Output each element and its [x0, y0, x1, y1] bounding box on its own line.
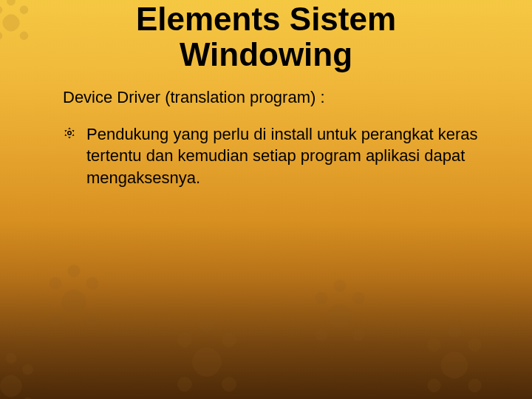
slide-subtitle: Device Driver (translation program) : — [63, 88, 480, 107]
bullet-item: Pendukung yang perlu di install untuk pe… — [63, 123, 480, 189]
gear-icon — [63, 126, 76, 143]
slide-title: Elements Sistem Windowing — [52, 0, 480, 88]
bullet-text: Pendukung yang perlu di install untuk pe… — [86, 123, 480, 189]
